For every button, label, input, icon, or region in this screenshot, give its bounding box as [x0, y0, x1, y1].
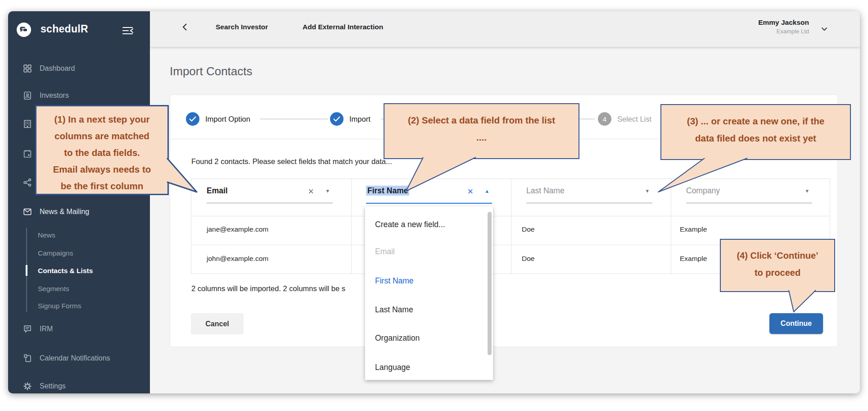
gear-icon: [23, 381, 32, 391]
found-contacts-text: Found 2 contacts. Please select fields t…: [191, 157, 392, 166]
share-icon: [23, 178, 32, 187]
step-select-list-number: 4: [598, 112, 611, 126]
chat-icon: [23, 324, 32, 334]
check-icon: [333, 116, 340, 122]
user-menu[interactable]: Emmy Jackson Example Ltd: [758, 18, 809, 35]
callout-4: (4) Click ‘Continue’ to proceed: [720, 239, 835, 292]
dropdown-arrow-up-icon[interactable]: ▴: [485, 187, 488, 194]
sidebar-item-label: Investors: [40, 87, 69, 105]
chevron-down-icon[interactable]: [821, 25, 827, 29]
field-select-email[interactable]: Email × ▾: [207, 183, 333, 203]
dropdown-option-language[interactable]: Language: [365, 357, 483, 377]
cell-email: john@example.com: [207, 255, 268, 263]
page-title: Import Contacts: [170, 64, 253, 78]
nav-search-investor[interactable]: Search Investor: [216, 11, 268, 43]
mail-icon: [23, 207, 32, 217]
sidebar-item-label: Dashboard: [40, 59, 75, 78]
dropdown-option-first-name[interactable]: First Name: [365, 271, 483, 291]
clear-icon[interactable]: ×: [308, 186, 314, 197]
callout-3: (3) ... or create a new one, if the data…: [660, 104, 851, 160]
step-select-list-label: Select List: [617, 112, 651, 126]
step-import-label: Import: [349, 112, 371, 126]
app-window: schedulR Dashboard: [8, 11, 860, 393]
check-icon: [189, 116, 196, 122]
clear-icon[interactable]: ×: [467, 186, 473, 197]
sidebar-subitem-contacts-lists[interactable]: Contacts & Lists: [8, 265, 150, 277]
dropdown-arrow-icon[interactable]: ▾: [805, 187, 809, 194]
clipboard-icon: [23, 353, 32, 363]
sidebar-item-settings[interactable]: Settings: [8, 377, 150, 393]
building-icon: [23, 119, 32, 129]
field-dropdown-menu: Create a new field... Email First Name L…: [365, 206, 493, 380]
dropdown-scrollbar[interactable]: [488, 212, 492, 355]
step-import-check: [330, 112, 344, 126]
column-divider: [351, 179, 352, 274]
row-divider: [191, 216, 830, 216]
cell-last-name: Doe: [522, 255, 534, 263]
back-icon[interactable]: [182, 23, 188, 31]
user-company: Example Ltd: [758, 28, 809, 35]
dropdown-option-email[interactable]: Email: [365, 242, 483, 261]
step-import-option-label: Import Option: [205, 112, 250, 126]
dropdown-option-organization[interactable]: Organization: [365, 328, 483, 348]
callout-1: (1) In a next step your columns are matc…: [35, 105, 169, 195]
app-logo: [17, 23, 31, 37]
sidebar-item-news-mailing[interactable]: News & Mailing: [8, 203, 150, 221]
screenshot-stage: schedulR Dashboard: [0, 0, 868, 411]
cell-company: Example: [680, 225, 707, 233]
cancel-button[interactable]: Cancel: [191, 313, 244, 334]
column-divider: [671, 179, 671, 274]
sidebar-item-calendar-notifications[interactable]: Calendar Notifications: [8, 349, 150, 367]
sidebar-item-label: IRM: [40, 320, 53, 338]
import-summary-text: 2 columns will be imported. 2 columns wi…: [191, 284, 345, 293]
cell-last-name: Doe: [522, 225, 534, 233]
sidebar-subitem-news[interactable]: News: [8, 229, 150, 242]
stepper-connector: [260, 119, 328, 119]
sidebar-collapse-icon[interactable]: [122, 26, 134, 36]
callout-2: (2) Select a data field from the list ..…: [384, 103, 579, 159]
user-name: Emmy Jackson: [758, 18, 809, 27]
sidebar-item-label: News & Mailing: [40, 203, 89, 221]
column-divider: [511, 179, 511, 274]
sidebar-subitem-campaigns[interactable]: Campaigns: [8, 247, 150, 260]
sidebar-item-investors[interactable]: Investors: [8, 87, 150, 105]
field-select-first-name[interactable]: First Name × ▴: [366, 183, 492, 204]
sidebar-subitem-segments[interactable]: Segments: [8, 283, 150, 295]
sidebar: schedulR Dashboard: [8, 11, 150, 393]
step-import-option-check: [186, 112, 199, 126]
dashboard-icon: [23, 64, 32, 73]
calendar-icon: [23, 149, 32, 159]
cell-email: jane@example.com: [207, 225, 268, 233]
topbar: Search Investor Add External Interaction…: [150, 11, 860, 47]
field-select-company[interactable]: Company ▾: [686, 183, 812, 203]
dropdown-arrow-icon[interactable]: ▾: [326, 187, 329, 194]
dropdown-option-last-name[interactable]: Last Name: [365, 300, 483, 320]
app-logo-text: schedulR: [41, 23, 88, 35]
field-select-last-name[interactable]: Last Name ▾: [526, 183, 652, 203]
cell-company: Example: [680, 255, 707, 263]
investors-icon: [23, 91, 32, 100]
sidebar-item-dashboard[interactable]: Dashboard: [8, 59, 150, 78]
nav-add-external-interaction[interactable]: Add External Interaction: [303, 11, 383, 43]
continue-button[interactable]: Continue: [769, 313, 823, 334]
sidebar-item-irm[interactable]: IRM: [8, 320, 150, 338]
sidebar-item-label: Calendar Notifications: [40, 349, 110, 367]
sidebar-item-label: Settings: [40, 377, 66, 393]
dropdown-arrow-icon[interactable]: ▾: [646, 187, 649, 194]
dropdown-option-create-new-field[interactable]: Create a new field...: [365, 215, 483, 234]
sidebar-subitem-signup-forms[interactable]: Signup Forms: [8, 300, 150, 312]
